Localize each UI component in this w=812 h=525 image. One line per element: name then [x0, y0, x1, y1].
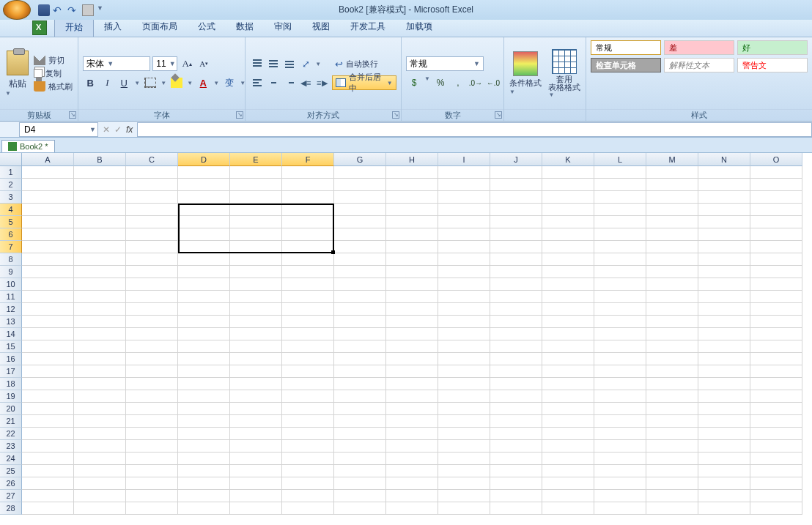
cell[interactable]	[490, 390, 542, 403]
formula-bar[interactable]	[137, 122, 812, 137]
cell[interactable]	[438, 353, 490, 365]
cell[interactable]	[74, 465, 126, 477]
cell[interactable]	[438, 266, 490, 278]
chevron-down-icon[interactable]: ▼	[186, 80, 193, 86]
cell[interactable]	[542, 303, 594, 316]
cell[interactable]	[646, 465, 698, 477]
cell[interactable]	[750, 266, 802, 278]
cell[interactable]	[126, 204, 178, 216]
cell[interactable]	[126, 428, 178, 440]
print-icon[interactable]	[82, 4, 94, 16]
cell[interactable]	[282, 328, 334, 340]
cell[interactable]	[542, 390, 594, 403]
cell[interactable]	[386, 291, 438, 303]
cell[interactable]	[750, 365, 802, 378]
cell[interactable]	[282, 415, 334, 428]
cell[interactable]	[126, 378, 178, 390]
cell[interactable]	[282, 440, 334, 453]
column-header[interactable]: N	[698, 153, 750, 166]
cell[interactable]	[646, 403, 698, 415]
redo-icon[interactable]: ↷	[67, 4, 79, 16]
cell[interactable]	[126, 253, 178, 266]
cell[interactable]	[230, 365, 282, 378]
cell[interactable]	[126, 266, 178, 278]
cell[interactable]	[438, 216, 490, 228]
cell[interactable]	[698, 166, 750, 179]
cell[interactable]	[126, 228, 178, 241]
cell[interactable]	[230, 191, 282, 204]
row-header[interactable]: 28	[0, 502, 22, 515]
cell[interactable]	[178, 204, 230, 216]
cell[interactable]	[334, 403, 386, 415]
cell[interactable]	[74, 353, 126, 365]
row-header[interactable]: 9	[0, 266, 22, 278]
cell[interactable]	[386, 216, 438, 228]
cell[interactable]	[438, 340, 490, 353]
shrink-font-button[interactable]: A▾	[196, 56, 211, 71]
phonetic-button[interactable]: 变	[222, 75, 237, 90]
cell[interactable]	[22, 216, 74, 228]
cell[interactable]	[230, 179, 282, 191]
cell[interactable]	[438, 390, 490, 403]
cell[interactable]	[646, 166, 698, 179]
cell[interactable]	[386, 365, 438, 378]
cell[interactable]	[542, 403, 594, 415]
cell[interactable]	[230, 490, 282, 502]
cell[interactable]	[230, 378, 282, 390]
row-header[interactable]: 16	[0, 353, 22, 365]
cell[interactable]	[282, 216, 334, 228]
cell[interactable]	[74, 403, 126, 415]
increase-indent-button[interactable]: ≡▶	[314, 75, 329, 90]
cell[interactable]	[542, 428, 594, 440]
row-header[interactable]: 10	[0, 278, 22, 291]
cell[interactable]	[334, 266, 386, 278]
row-header[interactable]: 23	[0, 440, 22, 453]
cell[interactable]	[126, 390, 178, 403]
cell[interactable]	[490, 216, 542, 228]
conditional-format-button[interactable]: 条件格式 ▼	[509, 51, 542, 95]
bold-button[interactable]: B	[83, 75, 97, 90]
cell[interactable]	[750, 465, 802, 477]
cell[interactable]	[178, 365, 230, 378]
comma-button[interactable]: ,	[450, 75, 466, 90]
cell[interactable]	[698, 241, 750, 253]
row-header[interactable]: 11	[0, 291, 22, 303]
cell[interactable]	[334, 179, 386, 191]
cell[interactable]	[750, 328, 802, 340]
column-header[interactable]: F	[282, 153, 334, 166]
cell[interactable]	[386, 204, 438, 216]
cell[interactable]	[542, 502, 594, 515]
cell[interactable]	[334, 490, 386, 502]
cell[interactable]	[282, 365, 334, 378]
cell[interactable]	[282, 179, 334, 191]
cell[interactable]	[230, 228, 282, 241]
cell[interactable]	[178, 390, 230, 403]
cell[interactable]	[438, 403, 490, 415]
row-header[interactable]: 6	[0, 228, 22, 241]
cell[interactable]	[386, 490, 438, 502]
fill-color-button[interactable]	[169, 75, 184, 90]
font-color-button[interactable]: A	[196, 75, 210, 90]
cell[interactable]	[698, 278, 750, 291]
cell[interactable]	[594, 365, 646, 378]
style-explanatory[interactable]: 解释性文本	[664, 58, 734, 72]
cell[interactable]	[178, 228, 230, 241]
row-header[interactable]: 15	[0, 340, 22, 353]
cell[interactable]	[178, 316, 230, 328]
column-header[interactable]: A	[22, 153, 74, 166]
save-icon[interactable]	[38, 4, 50, 16]
cell[interactable]	[126, 241, 178, 253]
select-all-corner[interactable]	[0, 153, 22, 166]
cell[interactable]	[22, 191, 74, 204]
cell[interactable]	[594, 216, 646, 228]
cell[interactable]	[542, 291, 594, 303]
cell[interactable]	[22, 253, 74, 266]
cell[interactable]	[334, 465, 386, 477]
row-header[interactable]: 14	[0, 328, 22, 340]
align-bottom-button[interactable]	[282, 56, 297, 71]
cell[interactable]	[750, 378, 802, 390]
cell[interactable]	[698, 353, 750, 365]
cell[interactable]	[698, 316, 750, 328]
format-painter-button[interactable]: 格式刷	[34, 81, 73, 92]
cell[interactable]	[698, 216, 750, 228]
